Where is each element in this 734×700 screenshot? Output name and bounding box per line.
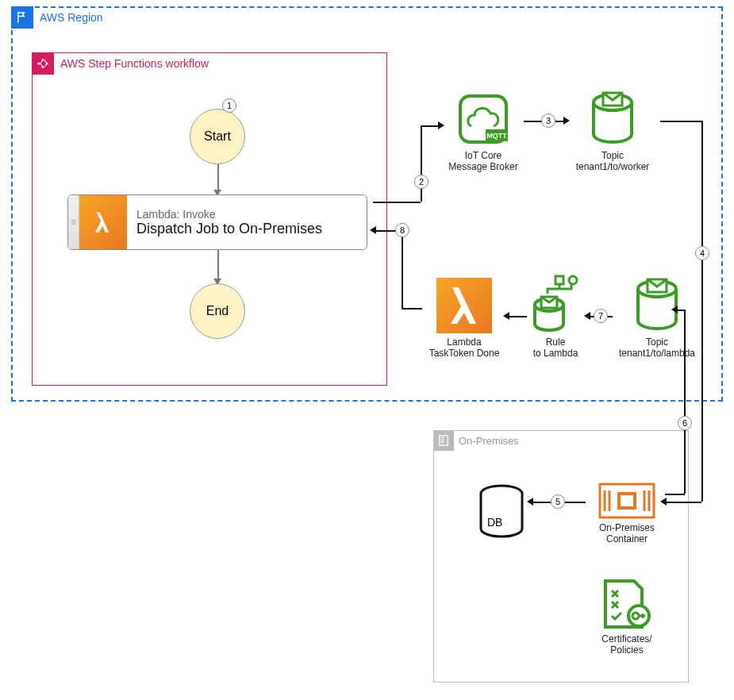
rule-label-2: to Lambda [524, 348, 587, 359]
lambda-done: Lambda TaskToken Done [421, 278, 508, 360]
topic-lambda-label-2: tenant1/to/lambda [609, 348, 705, 359]
arrowhead-icon [370, 226, 376, 234]
lambda-done-label-1: Lambda [421, 337, 508, 348]
connector [665, 494, 685, 495]
step-badge-2: 2 [414, 175, 428, 189]
connector [421, 125, 440, 127]
lambda-icon [79, 195, 127, 249]
arrowhead-icon [584, 312, 590, 320]
iot-core-icon: MQTT [455, 91, 511, 147]
aws-region-header: AWS Region [11, 6, 103, 29]
cert-label-2: Policies [587, 644, 667, 656]
cert-label-1: Certificates/ [587, 633, 667, 644]
database-icon [478, 484, 525, 540]
rule-label-1: Rule [524, 337, 587, 348]
connector [508, 316, 527, 317]
container-icon [598, 483, 655, 519]
lambda-step-text: Lambda: Invoke Dispatch Job to On-Premis… [127, 195, 332, 249]
topic-icon [589, 91, 636, 147]
topic-worker-label-2: tenant1/to/worker [565, 161, 660, 172]
lambda-step-subtitle: Lambda: Invoke [136, 208, 322, 221]
connector [402, 308, 422, 310]
step-functions-label: AWS Step Functions workflow [60, 57, 209, 70]
aws-region-label: AWS Region [40, 11, 103, 24]
arrowhead-icon [213, 279, 221, 285]
step-badge-6: 6 [678, 416, 692, 430]
certificates-policies: Certificates/ Policies [587, 578, 667, 656]
on-premises-header: On-Premises [433, 430, 519, 451]
drag-handle-icon [68, 195, 79, 249]
rule-icon [532, 275, 579, 333]
connector [373, 202, 421, 203]
certificate-icon [601, 578, 653, 630]
start-node: Start [190, 109, 245, 164]
topic-lambda: Topic tenant1/to/lambda [609, 278, 705, 360]
connector [402, 230, 403, 308]
connector [421, 125, 422, 202]
svg-text:MQTT: MQTT [486, 132, 507, 140]
svg-rect-20 [621, 495, 633, 506]
connector [660, 121, 701, 122]
lambda-step-title: Dispatch Job to On-Premises [136, 221, 322, 237]
end-label: End [206, 304, 229, 318]
topic-worker: Topic tenant1/to/worker [565, 91, 660, 173]
topic-lambda-label-1: Topic [609, 337, 705, 348]
topic-worker-label-1: Topic [565, 150, 660, 161]
step-badge-3: 3 [541, 113, 555, 128]
iot-core-label-1: IoT Core [440, 150, 527, 161]
arrowhead-icon [563, 117, 570, 125]
connector [684, 310, 686, 494]
connector [701, 121, 703, 502]
step-functions-header: AWS Step Functions workflow [32, 52, 209, 75]
rule-to-lambda: Rule to Lambda [524, 275, 587, 360]
lambda-icon [436, 278, 492, 333]
on-prem-container: On-Premises Container [587, 483, 667, 545]
on-premises-label: On-Premises [459, 435, 519, 447]
svg-point-11 [569, 276, 577, 284]
container-label-2: Container [587, 533, 667, 544]
step-badge-7: 7 [594, 309, 608, 323]
connector [665, 502, 701, 503]
database-label: DB [487, 516, 502, 529]
iot-core-label-2: Message Broker [440, 161, 527, 172]
arrowhead-icon [438, 121, 444, 129]
step-badge-1: 1 [222, 98, 236, 113]
step-badge-8: 8 [395, 223, 409, 237]
server-icon [433, 430, 454, 451]
arrowhead-icon [527, 498, 533, 506]
lambda-invoke-step: Lambda: Invoke Dispatch Job to On-Premis… [67, 194, 367, 250]
end-node: End [190, 283, 245, 339]
lambda-done-label-2: TaskToken Done [421, 348, 508, 359]
flow-arrow [217, 250, 219, 282]
step-functions-box: AWS Step Functions workflow Start End La… [32, 52, 387, 386]
container-label-1: On-Premises [587, 522, 667, 533]
flow-arrow [217, 164, 219, 193]
arrowhead-icon [660, 498, 667, 506]
arrowhead-icon [671, 306, 678, 313]
start-label: Start [204, 129, 231, 144]
step-badge-4: 4 [695, 246, 709, 260]
flag-icon [11, 6, 33, 29]
iot-core-service: MQTT IoT Core Message Broker [440, 91, 527, 173]
svg-rect-10 [555, 276, 563, 284]
step-badge-5: 5 [551, 494, 565, 509]
step-functions-icon [32, 52, 54, 75]
arrowhead-icon [503, 312, 509, 320]
